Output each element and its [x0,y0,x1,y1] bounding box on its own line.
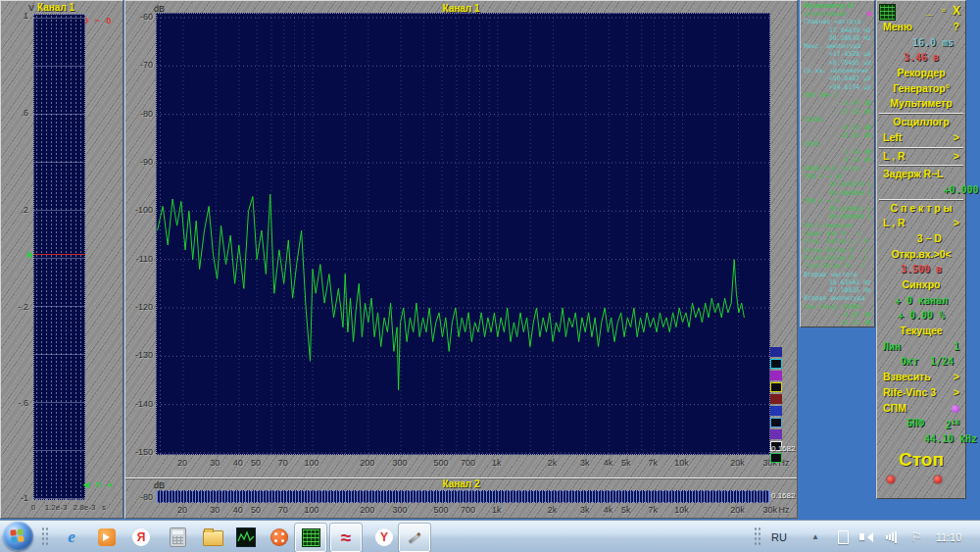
internet-explorer-icon[interactable]: e [57,524,86,550]
freq-tick: 40 [233,458,243,468]
palette-swatch[interactable] [770,418,782,427]
osc-plot[interactable] [33,14,85,500]
freq-tick: 30 [210,458,220,468]
palette-swatch[interactable] [770,453,782,463]
calculator-icon[interactable] [163,524,192,550]
desktop: V Канал 1 0 ~ 0 1.6.2-.2-.6-1 01.2e-32.8… [0,0,980,552]
spectra-app-icon[interactable] [295,524,326,552]
osc-y-tick: -.2 [3,302,28,312]
trigger-marker-icon[interactable] [27,251,37,259]
cp-item-three-d[interactable]: 3 – D [877,231,965,247]
app-icon[interactable] [879,4,896,21]
cp-item-multimeter[interactable]: Мультиметр [877,96,965,112]
clock[interactable]: 11:10 [929,521,968,552]
multimeter-row: - 15.51 dB [802,319,873,326]
cp-item-octave[interactable]: Окт1/24 [877,354,965,370]
network-icon[interactable] [882,521,902,552]
freq-tick: 100 [304,505,318,515]
freq-tick: 500 [433,458,448,468]
minimize-button[interactable]: _ [926,4,932,16]
multimeter-row: SFDR [802,140,873,148]
cp-item-label: Взвесить [883,370,931,385]
cp-item-label: L , R [883,149,906,165]
palette-swatch[interactable] [770,406,782,416]
cp-item-sync[interactable]: Синхро [877,277,965,293]
freq-tick: 300 [393,505,408,515]
freq-tick: 10k [674,458,689,468]
freq-tick: 70 [278,505,288,515]
freq-tick: 1k [492,458,502,468]
cp-item-value: > [954,385,959,401]
clipboard-tray-icon[interactable] [835,521,851,552]
cp-item-osc-channel[interactable]: Left> [877,130,965,146]
osc-y-tick: .6 [3,108,28,118]
action-center-flag-icon[interactable]: ⚐ [907,521,925,552]
multimeter-row: 47.10035 Hz [802,286,873,294]
close-button[interactable]: X [953,4,960,18]
media-player-icon[interactable] [92,524,122,550]
divider [879,113,963,114]
freq-tick: 20k [730,458,745,468]
start-button[interactable] [3,522,33,551]
toolbar-handle[interactable] [41,527,50,546]
spectrum-analyzer-dark-icon[interactable] [231,524,261,550]
maximize-button[interactable]: ▫ [942,4,946,16]
palette-swatch[interactable] [770,371,782,380]
cp-item-spectra-lr[interactable]: L , R> [877,216,965,231]
cp-item-oscillograph[interactable]: Осциллогр [877,115,965,130]
channel2-spectrum-strip[interactable] [156,490,770,503]
osc-transport-controls[interactable]: ◀ Π ● [83,480,114,489]
folder-icon[interactable] [198,524,227,550]
paint-app-icon[interactable] [399,524,430,552]
spectrum-plot[interactable] [156,13,770,455]
cp-item-lin[interactable]: Лин1 [877,339,965,355]
cp-item-menu[interactable]: Меню? [877,20,965,35]
show-hidden-icons[interactable]: ▲ [808,521,823,552]
cp-item-channels-lr[interactable]: L , R> [877,149,965,165]
red-waves-app-icon[interactable]: ≈ [330,524,362,552]
volume-icon[interactable] [857,521,876,552]
spectrum-db-tick: -130 [126,350,153,360]
cp-item-label: СПМ [883,401,906,417]
language-indicator[interactable]: RU [766,521,792,552]
palette-swatch[interactable] [770,429,782,439]
multimeter-row: Макс. амплитуда [802,42,873,50]
freq-tick: 700 [461,458,475,468]
cp-item-window-function[interactable]: Rife-Vinc 3> [877,385,965,401]
divider [879,199,963,200]
multimeter-title[interactable]: Мультиметр 17 [804,2,855,9]
cp-item-open-input[interactable]: Откр.вх.>0< [877,247,965,263]
palette-swatch[interactable] [770,382,782,392]
cp-item-voltage-readout[interactable]: 3.46 в [877,50,965,66]
freq-tick: 500 [433,505,448,515]
tray-handle[interactable] [754,527,762,546]
cp-item-sync-channel[interactable]: + 0 канал [877,293,965,309]
cp-item-sync-percent[interactable]: + 0.00 % [877,308,965,324]
cp-item-spectra[interactable]: С п е к т р ы [877,201,965,217]
palette-swatch[interactable] [770,394,782,404]
yandex-y-icon[interactable]: Y [369,524,399,550]
palette-swatch[interactable] [770,347,782,357]
cp-item-current[interactable]: Текущее [877,324,965,339]
multimeter-row: +17.4526 μV [802,50,873,58]
cp-item-psd[interactable]: СПМ [877,401,965,417]
status-led-row [877,473,965,487]
freq-tick: 20 [177,505,187,515]
cp-item-input-level[interactable]: 3.500 в [877,262,965,277]
cp-item-sample-rate[interactable]: 44.10 kHz [877,431,965,447]
cp-item-recorder[interactable]: Рекордер [877,66,965,81]
cp-item-delay-value[interactable]: +0.000 в [877,182,965,198]
freq-tick: 20 [177,458,187,468]
multimeter-row: Two Tones SINAD [802,303,873,311]
divider [879,147,963,148]
cp-item-generator[interactable]: Генератор° [877,81,965,97]
palette-swatch[interactable] [770,359,782,369]
cp-item-weighting[interactable]: Взвесить> [877,370,965,385]
cp-item-fft-size[interactable]: БПФ218 [877,416,965,431]
orange-dots-app-icon[interactable] [265,524,294,550]
cp-item-frame-time[interactable]: 16.0 ms [877,35,965,51]
multimeter-row: - 6.62 dB [802,311,873,319]
cp-item-stop[interactable]: Стоп [877,447,965,473]
cp-item-delay-rl[interactable]: Задерж R–L [877,167,965,182]
yandex-browser-icon[interactable]: Я [126,524,156,550]
